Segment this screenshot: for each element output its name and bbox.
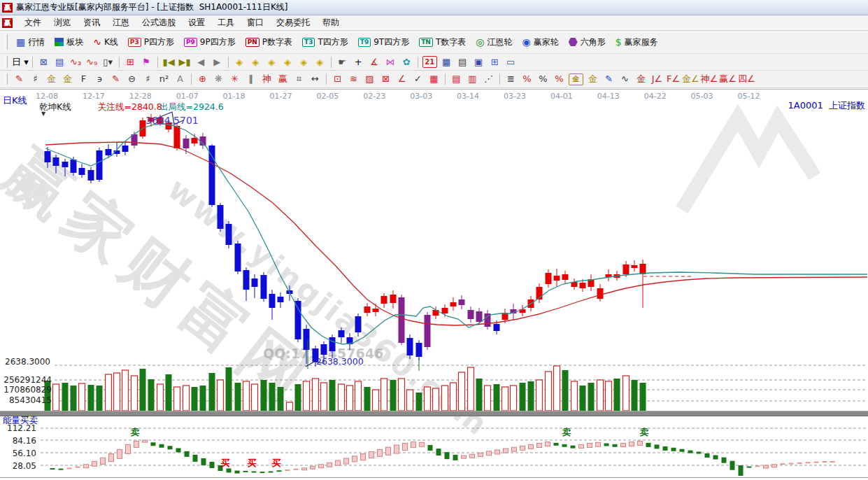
t-number-table-button[interactable]: TNT数字表 xyxy=(414,34,471,50)
candle-pen-tool-icon[interactable]: ✎ xyxy=(601,73,617,86)
crosshair-icon[interactable]: + xyxy=(350,55,367,69)
angle-line-tool-icon[interactable]: ∠ xyxy=(394,73,410,86)
skip-to-start-icon[interactable]: ▮◀ xyxy=(161,55,177,69)
red-pen-tool-icon[interactable]: ✎ xyxy=(11,73,27,86)
fan-lines-tool-icon[interactable]: ≋ xyxy=(346,73,362,86)
gold-red-tool-icon[interactable]: 金 xyxy=(633,73,649,86)
window-globe-icon[interactable]: ⊞ xyxy=(487,55,503,69)
toolbar-separator xyxy=(32,57,33,68)
save-chart-icon[interactable]: ▣ xyxy=(471,55,487,69)
menu-settings[interactable]: 设置 xyxy=(182,15,211,30)
angle-a-icon[interactable]: ∡ xyxy=(367,55,383,69)
kline-button[interactable]: ∿K线 xyxy=(88,34,123,50)
zoom-diamond-in-icon[interactable]: ◈ xyxy=(280,55,296,69)
pan-hand-icon[interactable]: ☛ xyxy=(334,55,350,69)
gann-compass-tool-icon[interactable]: ⊕ xyxy=(194,73,211,86)
ruler-123-tool-icon[interactable]: ⌗ xyxy=(291,73,307,86)
wave-tool-icon[interactable]: ∿ xyxy=(617,73,633,86)
cloud-analysis-icon[interactable]: ✿ xyxy=(399,55,415,69)
t-square-button[interactable]: T3T四方形 xyxy=(297,34,353,50)
slant-lines-tool-icon[interactable]: ⋰ xyxy=(481,73,497,86)
menu-news[interactable]: 资讯 xyxy=(77,15,106,30)
step-back-icon[interactable]: ◀ xyxy=(193,55,209,69)
window-layout-icon[interactable]: ⊠ xyxy=(36,55,52,69)
menu-browse[interactable]: 浏览 xyxy=(48,15,77,30)
step-forward-icon[interactable]: ▶ xyxy=(209,55,225,69)
chart-9-periods-icon[interactable]: ∿₉ xyxy=(84,55,100,69)
candle-style-dropdown-icon[interactable]: ▯▾ xyxy=(100,55,116,69)
percent-tool-icon[interactable]: % xyxy=(535,73,551,86)
ying-lines-tool-icon[interactable]: 赢 xyxy=(275,73,291,86)
gold-lines2-tool-icon[interactable]: 金 xyxy=(59,73,76,86)
circle-lines-tool-icon[interactable]: ⊖ xyxy=(124,73,140,86)
time-lines-tool-icon[interactable]: ♯ xyxy=(140,73,156,86)
gold-angle-tool-icon[interactable]: 金∠ xyxy=(681,73,700,86)
kline-type-dropdown-icon[interactable]: ▼ xyxy=(41,111,45,117)
zoom-diamond-out-icon[interactable]: ◈ xyxy=(296,55,312,69)
percent-retrace-tool-icon[interactable]: % xyxy=(519,73,535,86)
diag-box-tool-icon[interactable]: ▨ xyxy=(362,73,378,86)
web-tool-icon[interactable]: ❋ xyxy=(211,73,227,86)
j-angle-tool-icon[interactable]: J∠ xyxy=(649,73,665,86)
price-lines-tool-icon[interactable]: ♯ xyxy=(27,73,43,86)
grid-box-tool-icon[interactable]: ▦ xyxy=(426,73,442,86)
quotes-button[interactable]: ▦行情 xyxy=(11,34,50,50)
p-square-button[interactable]: P3P四方形 xyxy=(123,34,179,50)
web-grid-tool-icon[interactable]: ✳ xyxy=(227,73,243,86)
pane-splitter[interactable] xyxy=(0,411,868,416)
spiral-tool-icon[interactable]: ϶ xyxy=(92,73,108,86)
gold-circle-tool-icon[interactable]: 金 xyxy=(569,73,583,85)
check-line-tool-icon[interactable]: ✓ xyxy=(410,73,426,86)
menu-trade-entrust[interactable]: 交易委托 xyxy=(270,15,316,30)
ying-angle-tool-icon[interactable]: 赢∠ xyxy=(718,73,737,86)
red-grid-window-icon[interactable]: ⊞ xyxy=(122,55,138,69)
winner-wheel-button[interactable]: ◉赢家轮 xyxy=(517,34,563,50)
menu-window[interactable]: 窗口 xyxy=(241,15,270,30)
shen-lines-tool-icon[interactable]: 神 xyxy=(259,73,275,86)
zoom-diamond-left-icon[interactable]: ◈ xyxy=(232,55,248,69)
mirror-tool-icon[interactable]: A xyxy=(172,73,188,86)
zoom-diamond-h-icon[interactable]: ◈ xyxy=(264,55,280,69)
si-angle-tool-icon[interactable]: 四∠ xyxy=(737,73,756,86)
color-flag-icon[interactable]: ⚑ xyxy=(138,55,155,69)
chart-canvas[interactable]: 卖买买买卖卖 xyxy=(0,88,868,480)
calendar-21-icon[interactable]: 21 xyxy=(422,56,437,68)
menu-tools[interactable]: 工具 xyxy=(211,15,241,30)
period-day-dropdown-icon[interactable]: 日 ▾ xyxy=(11,55,29,69)
marker-pen-tool-icon[interactable]: ✎ xyxy=(108,73,124,86)
winner-service-button[interactable]: $赢家服务 xyxy=(611,34,663,50)
sectors-button[interactable]: 板块 xyxy=(50,34,88,50)
fibonacci-lines-tool-icon[interactable]: F xyxy=(76,73,92,86)
menu-file[interactable]: 文件 xyxy=(18,15,48,30)
parallel-marks-tool-icon[interactable]: ∥ xyxy=(243,73,259,86)
ribbon-icon[interactable]: ⋈ xyxy=(383,55,399,69)
nine-t-square-button[interactable]: T99T四方形 xyxy=(353,34,414,50)
gold-lines-tool-icon[interactable]: 金 xyxy=(43,73,59,86)
zoom-diamond-full-icon[interactable]: ◈ xyxy=(312,55,328,69)
skip-to-end-icon[interactable]: ▶▮ xyxy=(177,55,193,69)
calculator-icon[interactable]: ▦ xyxy=(439,55,455,69)
info-board-icon[interactable]: ▤ xyxy=(52,55,68,69)
print-icon[interactable]: ▭ xyxy=(503,55,519,69)
hexagon-button[interactable]: 六角形 xyxy=(564,34,611,50)
menu-gann[interactable]: 江恩 xyxy=(106,15,136,30)
nine-p-square-button[interactable]: P99P四方形 xyxy=(179,34,241,50)
zoom-diamond-right-icon[interactable]: ◈ xyxy=(248,55,264,69)
notes-icon[interactable]: ▤ xyxy=(455,55,471,69)
gold-line-tool-icon[interactable]: 金 xyxy=(585,73,601,86)
p-number-table-button[interactable]: PNP数字表 xyxy=(241,34,297,50)
grid-cols-tool-icon[interactable]: ▥ xyxy=(464,73,481,86)
steps-tool-icon[interactable]: ≣ xyxy=(503,73,519,86)
chart-3-periods-icon[interactable]: ∿₃ xyxy=(68,55,84,69)
f-angle-tool-icon[interactable]: F∠ xyxy=(665,73,681,86)
menu-formula-stock-pick[interactable]: 公式选股 xyxy=(136,15,182,30)
n2-lines-tool-icon[interactable]: n² xyxy=(156,73,172,86)
percent-line-tool-icon[interactable]: % xyxy=(551,73,567,86)
menu-help[interactable]: 帮助 xyxy=(316,15,346,30)
box-select-tool-icon[interactable]: ⊡ xyxy=(329,73,346,86)
gann-wheel-button[interactable]: ◎江恩轮 xyxy=(471,34,517,50)
width-measure-tool-icon[interactable]: ↔ xyxy=(307,73,323,86)
shen-angle-tool-icon[interactable]: 神∠ xyxy=(700,73,719,86)
grid-rows-tool-icon[interactable]: ▤ xyxy=(448,73,464,86)
cross-box-tool-icon[interactable]: ⊠ xyxy=(378,73,394,86)
